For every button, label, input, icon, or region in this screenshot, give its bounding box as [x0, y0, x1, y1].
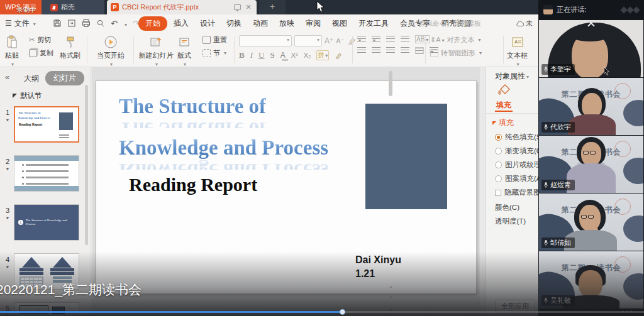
undo-dropdown-icon[interactable]	[123, 18, 127, 29]
bold-button[interactable]: B	[239, 50, 245, 60]
tab-home[interactable]: 开始	[138, 16, 167, 31]
decrease-font-icon[interactable]: A⁻	[336, 37, 344, 45]
section-button[interactable]: 节	[203, 48, 227, 58]
ppt-file-icon: P	[111, 3, 119, 11]
tab-outline[interactable]: 大纲	[24, 74, 39, 84]
slide-thumbnail-2[interactable]	[14, 155, 79, 192]
distribute-icon[interactable]	[415, 47, 424, 54]
slide-title-line2[interactable]: Knowledge and Process	[119, 136, 328, 160]
layout-button[interactable]: 版式	[177, 35, 191, 67]
scroll-up-icon[interactable]: ⌃	[388, 286, 394, 291]
slide-thumbnail-3[interactable]: 1 The Structure of Knowledge and Process	[14, 204, 79, 241]
video-tile[interactable]: 李擎宇	[539, 20, 643, 77]
collapse-panel-icon[interactable]: «	[5, 72, 9, 82]
video-tile[interactable]: 第二期 ● 读书会 邹倩如	[539, 193, 643, 251]
export-icon[interactable]	[67, 19, 76, 28]
align-center-icon[interactable]	[372, 47, 380, 54]
tab-design[interactable]: 设计	[195, 16, 220, 31]
option-picture-fill[interactable]: 图片或纹理填充	[495, 160, 539, 170]
option-hide-background[interactable]: 隐藏背景图形	[495, 188, 539, 197]
decrease-indent-icon[interactable]	[386, 36, 395, 43]
reset-button[interactable]: 重置	[203, 35, 227, 45]
font-color-button[interactable]: A	[280, 51, 286, 60]
slide-author-block[interactable]: Dai Xinyu 1.21	[355, 253, 401, 281]
slide-canvas[interactable]: The Structure of The Structure of Knowle…	[96, 80, 477, 294]
progress-handle[interactable]	[340, 309, 345, 315]
canvas-scrollbar-thumb[interactable]	[389, 71, 392, 96]
prev-slide-icon[interactable]: ⌃	[388, 296, 394, 302]
search-icon	[409, 19, 416, 27]
format-painter-button[interactable]: 格式刷	[60, 35, 80, 60]
new-tab-button[interactable]: +	[259, 0, 286, 14]
slide-thumbnail-1[interactable]: The Structure of Knowledge and Process R…	[14, 106, 79, 143]
print-icon[interactable]	[82, 19, 91, 28]
tab-transition[interactable]: 切换	[221, 16, 247, 31]
thumb-title-line2: Knowledge and Process	[18, 116, 50, 120]
subscript-button[interactable]: X₂	[304, 52, 311, 59]
align-left-icon[interactable]	[357, 47, 366, 54]
play-from-current-button[interactable]: 当页开始	[92, 35, 130, 67]
video-tile[interactable]: 第二期 ● 读书会 赵煜青	[539, 136, 643, 193]
video-tile[interactable]: 第二期 ● 读书会 代欣宇	[539, 78, 643, 135]
superscript-button[interactable]: X²	[291, 52, 298, 59]
player-progress-bar[interactable]	[0, 311, 644, 313]
present-mode-icon[interactable]	[234, 4, 241, 10]
cloud-sync-status[interactable]: 未	[516, 14, 533, 32]
daoke-tab[interactable]: 稻壳	[42, 0, 104, 14]
new-slide-button[interactable]: 新建幻灯片	[137, 35, 175, 67]
close-tab-icon[interactable]: ✕	[244, 3, 253, 11]
thumb-title-line1: The Structure of	[18, 111, 40, 115]
align-right-icon[interactable]	[386, 47, 395, 54]
tab-review[interactable]: 审阅	[301, 16, 326, 31]
bullet-list-icon[interactable]	[357, 36, 366, 43]
sidebar-scrollbar[interactable]	[85, 85, 88, 245]
tab-animation[interactable]: 动画	[248, 16, 273, 31]
file-menu-label: 文件	[14, 18, 30, 29]
tab-slides[interactable]: 幻灯片	[45, 71, 84, 85]
print-preview-icon[interactable]	[96, 19, 105, 28]
document-tab[interactable]: P CBCI Report 代欣宇.pptx ✕	[107, 0, 257, 14]
paste-button[interactable]: 粘贴	[5, 35, 19, 67]
smart-graphic-button[interactable]: 转智能图形	[430, 48, 482, 58]
increase-font-icon[interactable]: A⁺	[325, 36, 333, 45]
cut-button[interactable]: ✂剪切	[29, 35, 53, 45]
copy-button[interactable]: 复制	[29, 48, 53, 58]
tab-developer[interactable]: 开发工具	[353, 16, 394, 31]
pinyin-guide-button[interactable]: 拼	[316, 50, 329, 60]
option-pattern-fill[interactable]: 图案填充(A)	[495, 174, 539, 183]
font-size-select[interactable]	[294, 35, 322, 46]
italic-button[interactable]: I	[250, 50, 253, 60]
option-gradient-fill[interactable]: 渐变填充(G)	[495, 146, 539, 156]
fill-bucket-icon[interactable]	[496, 84, 511, 97]
section-header[interactable]: 默认节	[13, 91, 42, 101]
numbered-list-icon[interactable]	[372, 36, 380, 43]
align-text-button[interactable]: ⇕A 对齐文本	[430, 35, 482, 45]
tab-view[interactable]: 视图	[327, 16, 352, 31]
font-family-select[interactable]	[239, 35, 292, 46]
tab-slideshow[interactable]: 放映	[274, 16, 299, 31]
slide-subtitle[interactable]: Reading Report	[129, 174, 257, 195]
text-box-button[interactable]: A 文本框	[507, 35, 528, 67]
properties-header[interactable]: 对象属性	[495, 71, 529, 82]
underline-button[interactable]: U	[258, 50, 264, 60]
canvas-scrollbar[interactable]: ⌃ ⌃ ⌄	[388, 67, 394, 316]
undo-icon[interactable]: ↶	[111, 19, 118, 28]
fill-tab[interactable]: 填充	[496, 100, 511, 111]
tab-insert[interactable]: 插入	[169, 16, 194, 31]
strikethrough-button[interactable]: S	[270, 50, 274, 60]
align-justify-icon[interactable]	[401, 47, 409, 54]
clear-format-icon[interactable]	[347, 37, 355, 45]
option-solid-fill[interactable]: 纯色填充(S)	[495, 133, 539, 142]
highlight-pen-icon[interactable]	[335, 52, 342, 59]
command-search[interactable]: 查找命令、搜索模板	[409, 14, 481, 32]
slide-thumbnail-5[interactable]	[14, 302, 79, 316]
slide-rectangle-shape[interactable]	[365, 104, 447, 209]
video-tile[interactable]: 第二期 ● 读书会 吴礼敬	[539, 251, 643, 308]
save-icon[interactable]	[53, 19, 62, 28]
increase-indent-icon[interactable]	[401, 36, 409, 43]
file-menu[interactable]: ☰ 文件	[5, 14, 36, 32]
text-direction-icon[interactable]: AB	[415, 35, 430, 43]
fill-section-header[interactable]: 填充	[492, 117, 514, 128]
slide-editor-area[interactable]: The Structure of The Structure of Knowle…	[92, 67, 480, 316]
slide-title-line1[interactable]: The Structure of	[119, 95, 266, 118]
